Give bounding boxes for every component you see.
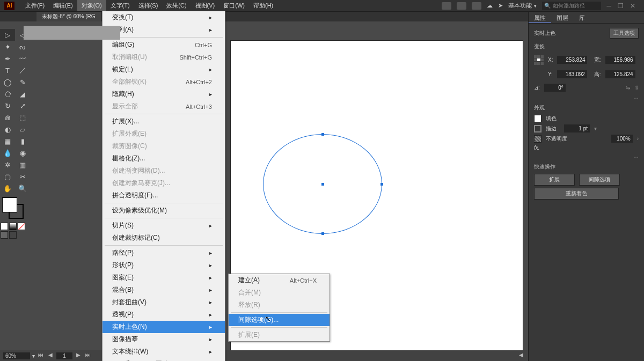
menu-item[interactable]: 设为像素级优化(M) — [103, 204, 225, 217]
menu-item[interactable]: 拼合透明度(F)... — [103, 189, 225, 202]
menu-item[interactable]: 形状(P) — [103, 259, 225, 271]
eraser-tool[interactable]: ◢ — [15, 88, 30, 100]
recolor-button[interactable]: 重新着色 — [534, 188, 619, 200]
workspace-switcher[interactable]: 基本功能 — [508, 2, 537, 10]
menu-item[interactable]: 图案(E) — [103, 271, 225, 284]
gap-options-button[interactable]: 间隙选项 — [579, 174, 620, 186]
menu-item[interactable]: 栅格化(Z)... — [103, 152, 225, 165]
opacity-swatch[interactable] — [534, 135, 541, 143]
scroll-left[interactable]: ◀ — [517, 352, 525, 359]
menu-4[interactable]: 选择(S) — [134, 0, 163, 11]
tab-properties[interactable]: 属性 — [529, 12, 551, 23]
y-field[interactable]: 183.092 — [557, 70, 587, 78]
share-icon[interactable]: ➤ — [498, 2, 503, 9]
menu-item[interactable]: 隐藏(H) — [103, 88, 225, 100]
menu-item[interactable]: 扩展(X)... — [103, 115, 225, 128]
nav-first[interactable]: ⏮ — [37, 352, 45, 359]
rotate-tool[interactable]: ↻ — [0, 100, 15, 112]
artboard-tool[interactable]: ▢ — [0, 171, 15, 182]
menu-1[interactable]: 编辑(E) — [49, 0, 77, 11]
shape-builder-tool[interactable]: ◐ — [0, 123, 15, 135]
menu-item[interactable]: 路径(P) — [103, 247, 225, 259]
menu-0[interactable]: 文件(F) — [21, 0, 49, 11]
height-field[interactable]: 125.824 — [605, 70, 635, 78]
menu-item[interactable]: 间隙选项(G)... — [229, 314, 330, 326]
perspective-tool[interactable]: ▱ — [15, 123, 30, 135]
width-tool[interactable]: ⋒ — [0, 112, 15, 123]
hand-tool[interactable]: ✋ — [0, 182, 15, 194]
angle-field[interactable]: 0° — [544, 84, 566, 92]
stock-icon[interactable] — [457, 2, 466, 10]
tab-libraries[interactable]: 库 — [574, 12, 590, 23]
menu-item[interactable]: 排列(A) — [103, 24, 225, 36]
mesh-tool[interactable]: ▦ — [0, 135, 15, 147]
zoom-tool[interactable]: 🔍 — [15, 182, 30, 194]
more-options-icon[interactable]: … — [534, 94, 639, 100]
x-field[interactable]: 253.824 — [557, 56, 587, 64]
curvature-tool[interactable]: 〰 — [15, 53, 30, 64]
flip-v-icon[interactable]: ⥮ — [634, 85, 639, 91]
menu-item[interactable]: 混合(B) — [103, 284, 225, 296]
shaper-tool[interactable]: ⬠ — [0, 88, 15, 100]
tab-layers[interactable]: 图层 — [551, 12, 574, 23]
reference-point-widget[interactable] — [534, 55, 544, 65]
menu-2[interactable]: 对象(O) — [77, 0, 106, 11]
document-tab[interactable]: 未标题-8* @ 60% (RG — [36, 12, 101, 21]
lasso-tool[interactable]: ᔓ — [15, 41, 30, 53]
selection-tool[interactable]: ▷ — [0, 29, 15, 41]
magic-wand-tool[interactable]: ✦ — [0, 41, 15, 53]
nav-last[interactable]: ⏭ — [84, 352, 92, 359]
ellipse-shape[interactable] — [263, 134, 382, 234]
fill-swatch[interactable] — [534, 115, 541, 122]
arrange-icon[interactable] — [472, 2, 481, 10]
menu-item[interactable]: 编组(G)Ctrl+G — [103, 39, 225, 51]
gradient-tool[interactable]: ▮ — [15, 135, 30, 147]
width-field[interactable]: 156.986 — [605, 56, 635, 64]
nav-prev[interactable]: ◀ — [47, 352, 54, 359]
line-tool[interactable]: ／ — [15, 64, 30, 76]
zoom-field[interactable]: 60% — [3, 352, 30, 359]
menu-7[interactable]: 窗口(W) — [219, 0, 249, 11]
tool-options-button[interactable]: 工具选项 — [610, 28, 639, 39]
menu-item[interactable]: 变换(T) — [103, 11, 225, 24]
expand-button[interactable]: 扩展 — [534, 174, 575, 186]
menu-item[interactable]: 透视(P) — [103, 308, 225, 321]
menu-item[interactable]: 文本绕排(W) — [103, 345, 225, 358]
eyedropper-tool[interactable]: 💧 — [0, 147, 15, 159]
close-button[interactable]: ✕ — [630, 2, 635, 10]
menu-item[interactable]: 创建裁切标记(C) — [103, 232, 225, 244]
symbol-tool[interactable]: ✲ — [0, 159, 15, 171]
opacity-field[interactable]: 100% — [611, 135, 633, 143]
cloud-icon[interactable]: ☁ — [487, 2, 493, 9]
menu-3[interactable]: 文字(T) — [106, 0, 134, 11]
menu-6[interactable]: 视图(V) — [191, 0, 219, 11]
flip-h-icon[interactable]: ⇋ — [626, 85, 630, 91]
artboard-number[interactable]: 1 — [56, 352, 72, 359]
menu-item[interactable]: 切片(S) — [103, 219, 225, 232]
free-transform-tool[interactable]: ⬚ — [15, 112, 30, 123]
graph-tool[interactable]: ▥ — [15, 159, 30, 171]
ellipse-tool[interactable]: ◯ — [0, 76, 15, 88]
bridge-icon[interactable] — [442, 2, 451, 10]
stroke-swatch[interactable] — [534, 125, 541, 132]
menu-item[interactable]: Line 和 Sketch 图稿 — [103, 358, 225, 361]
blend-tool[interactable]: ◉ — [15, 147, 30, 159]
menu-item[interactable]: 锁定(L) — [103, 63, 225, 76]
menu-5[interactable]: 效果(C) — [162, 0, 191, 11]
menu-8[interactable]: 帮助(H) — [249, 0, 277, 11]
scale-tool[interactable]: ⤢ — [15, 100, 30, 112]
type-tool[interactable]: T — [0, 64, 15, 76]
more-options-icon-2[interactable]: … — [534, 153, 639, 159]
menu-item[interactable]: 实时上色(N) — [103, 321, 225, 333]
menu-item[interactable]: 建立(A)Alt+Ctrl+X — [229, 274, 330, 286]
fill-stroke-swatch[interactable] — [2, 197, 24, 219]
fx-label[interactable]: fx. — [534, 145, 540, 151]
pen-tool[interactable]: ✒ — [0, 53, 15, 64]
nav-next[interactable]: ▶ — [75, 352, 82, 359]
brush-tool[interactable]: ✎ — [15, 76, 30, 88]
stroke-width-field[interactable]: 1 pt — [564, 124, 590, 132]
maximize-button[interactable]: ❐ — [618, 2, 624, 10]
menu-item[interactable]: 图像描摹 — [103, 333, 225, 345]
minimize-button[interactable]: ─ — [606, 2, 611, 10]
search-input[interactable]: 🔍如何添加路径 — [542, 2, 601, 10]
